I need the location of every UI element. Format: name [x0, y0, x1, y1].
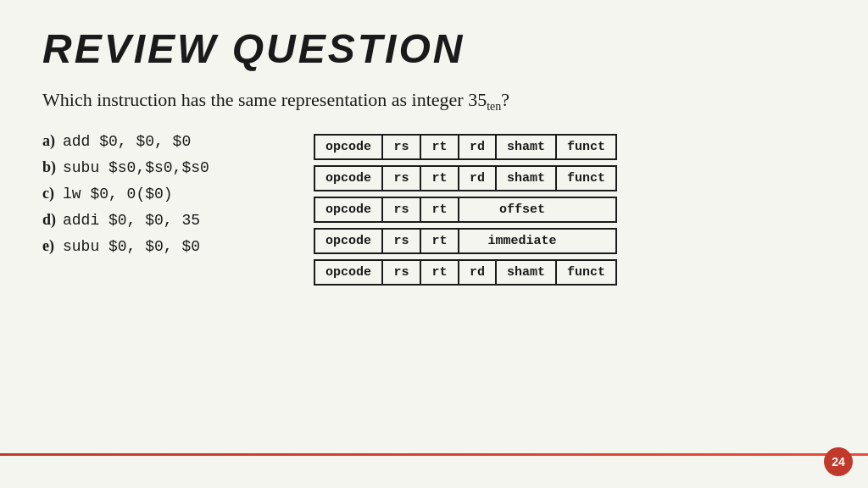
- slide: Review Question Which instruction has th…: [0, 0, 868, 488]
- answer-item: d)addi $0, $0, 35: [42, 211, 280, 229]
- cell-offset: offset: [459, 198, 585, 221]
- cell-shamt: shamt: [497, 167, 557, 190]
- format-row: opcodersrtrdshamtfunct: [314, 134, 617, 160]
- content-area: a)add $0, $0, $0b)subu $s0,$s0,$s0c)lw $…: [42, 132, 826, 286]
- answers-list: a)add $0, $0, $0b)subu $s0,$s0,$s0c)lw $…: [42, 132, 280, 263]
- cell-shamt: shamt: [497, 261, 557, 284]
- cell-rs: rs: [383, 230, 421, 252]
- cell-rt: rt: [421, 167, 459, 190]
- answer-label: d): [42, 211, 61, 229]
- cell-rd: rd: [459, 167, 497, 190]
- cell-rt: rt: [421, 230, 459, 252]
- answer-code: lw $0, 0($0): [63, 186, 173, 202]
- cell-opcode: opcode: [315, 261, 383, 284]
- answer-label: a): [42, 132, 61, 150]
- answer-code: addi $0, $0, 35: [63, 212, 200, 229]
- cell-opcode: opcode: [315, 198, 383, 221]
- cell-funct: funct: [557, 167, 615, 190]
- answer-item: a)add $0, $0, $0: [42, 132, 280, 150]
- cell-rs: rs: [383, 136, 421, 158]
- cell-rs: rs: [383, 167, 421, 190]
- answer-label: b): [42, 158, 61, 176]
- answer-code: subu $0, $0, $0: [63, 238, 200, 255]
- cell-rd: rd: [459, 261, 497, 284]
- cell-rs: rs: [383, 261, 421, 284]
- cell-funct: funct: [557, 136, 615, 158]
- slide-title: Review Question: [42, 25, 826, 72]
- answer-item: c)lw $0, 0($0): [42, 185, 280, 202]
- cell-rt: rt: [421, 198, 459, 221]
- cell-rt: rt: [421, 136, 459, 158]
- cell-opcode: opcode: [315, 167, 383, 190]
- cell-opcode: opcode: [315, 136, 383, 158]
- cell-rt: rt: [421, 261, 459, 284]
- format-row: opcodersrtrdshamtfunct: [314, 165, 617, 191]
- format-row: opcodersrtrdshamtfunct: [314, 259, 617, 286]
- cell-opcode: opcode: [315, 230, 383, 252]
- format-row: opcodersrtoffset: [314, 197, 617, 223]
- answer-code: subu $s0,$s0,$s0: [63, 159, 209, 176]
- answer-item: e)subu $0, $0, $0: [42, 237, 280, 255]
- cell-shamt: shamt: [497, 136, 557, 158]
- question-text: Which instruction has the same represent…: [42, 89, 826, 114]
- cell-rs: rs: [383, 198, 421, 221]
- cell-rd: rd: [459, 136, 497, 158]
- answer-code: add $0, $0, $0: [63, 133, 191, 150]
- format-row: opcodersrtimmediate: [314, 228, 617, 254]
- answer-label: c): [42, 185, 61, 202]
- answer-label: e): [42, 237, 61, 255]
- answer-item: b)subu $s0,$s0,$s0: [42, 158, 280, 176]
- slide-number: 24: [824, 447, 853, 476]
- cell-immediate: immediate: [459, 230, 585, 252]
- bottom-line: [0, 453, 868, 456]
- cell-funct: funct: [557, 261, 615, 284]
- format-table-area: opcodersrtrdshamtfunctopcodersrtrdshamtf…: [314, 134, 617, 286]
